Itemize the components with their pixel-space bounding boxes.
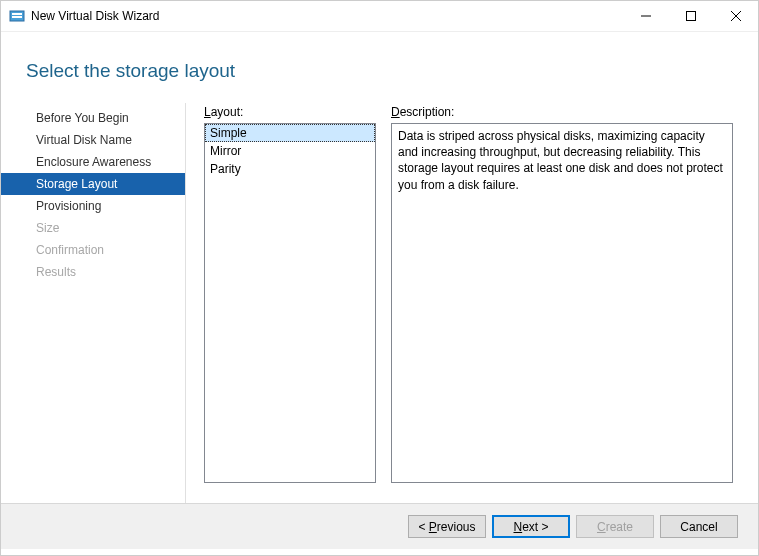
- sidebar-item-enclosure-awareness[interactable]: Enclosure Awareness: [1, 151, 185, 173]
- cancel-button[interactable]: Cancel: [660, 515, 738, 538]
- layout-option-mirror[interactable]: Mirror: [205, 142, 375, 160]
- wizard-sidebar: Before You Begin Virtual Disk Name Enclo…: [1, 103, 185, 503]
- sidebar-item-virtual-disk-name[interactable]: Virtual Disk Name: [1, 129, 185, 151]
- sidebar-item-before-you-begin[interactable]: Before You Begin: [1, 107, 185, 129]
- svg-rect-2: [12, 16, 22, 18]
- sidebar-item-results: Results: [1, 261, 185, 283]
- sidebar-item-size: Size: [1, 217, 185, 239]
- page-title: Select the storage layout: [26, 60, 733, 82]
- close-button[interactable]: [713, 1, 758, 31]
- next-button[interactable]: Next >: [492, 515, 570, 538]
- layout-column: Layout: Simple Mirror Parity: [204, 105, 376, 503]
- svg-rect-4: [686, 12, 695, 21]
- main-panel: Layout: Simple Mirror Parity Description…: [185, 103, 758, 503]
- minimize-button[interactable]: [623, 1, 668, 31]
- window-controls: [623, 1, 758, 31]
- maximize-button[interactable]: [668, 1, 713, 31]
- svg-rect-1: [12, 13, 22, 15]
- create-button: Create: [576, 515, 654, 538]
- sidebar-item-storage-layout[interactable]: Storage Layout: [1, 173, 185, 195]
- window-title: New Virtual Disk Wizard: [31, 9, 623, 23]
- description-label: Description:: [391, 105, 733, 119]
- description-column: Description: Data is striped across phys…: [391, 105, 733, 503]
- sidebar-item-confirmation: Confirmation: [1, 239, 185, 261]
- layout-option-simple[interactable]: Simple: [205, 124, 375, 142]
- sidebar-item-provisioning[interactable]: Provisioning: [1, 195, 185, 217]
- layout-option-parity[interactable]: Parity: [205, 160, 375, 178]
- layout-label: Layout:: [204, 105, 376, 119]
- titlebar: New Virtual Disk Wizard: [1, 1, 758, 32]
- button-bar: < Previous Next > Create Cancel: [1, 503, 758, 549]
- previous-button[interactable]: < Previous: [408, 515, 486, 538]
- content-area: Before You Begin Virtual Disk Name Enclo…: [1, 103, 758, 503]
- page-header: Select the storage layout: [1, 32, 758, 103]
- layout-listbox[interactable]: Simple Mirror Parity: [204, 123, 376, 483]
- app-icon: [9, 8, 25, 24]
- description-text: Data is striped across physical disks, m…: [391, 123, 733, 483]
